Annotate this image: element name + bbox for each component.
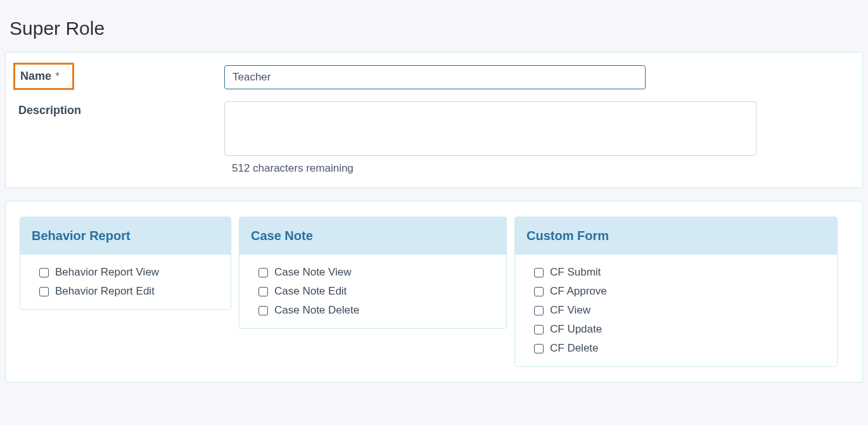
permission-checkbox-behavior-report-view[interactable] — [39, 268, 49, 277]
permission-checkbox-cf-submit[interactable] — [534, 268, 544, 277]
permission-body: CF Submit CF Approve CF View CF Update C… — [515, 255, 837, 366]
permission-label: CF View — [550, 304, 590, 317]
permission-item: CF Update — [534, 323, 818, 336]
permission-label: Case Note Delete — [274, 304, 359, 317]
permission-card-custom-form: Custom Form CF Submit CF Approve CF View… — [514, 217, 838, 367]
permission-item: Case Note Delete — [258, 304, 487, 317]
char-remaining-text: 512 characters remaining — [232, 162, 850, 175]
page-title: Super Role — [0, 0, 868, 52]
permission-card-case-note: Case Note Case Note View Case Note Edit … — [239, 217, 507, 329]
permission-checkbox-cf-approve[interactable] — [534, 287, 544, 296]
permission-label: Case Note View — [274, 266, 352, 279]
permission-header: Case Note — [239, 217, 506, 255]
permission-checkbox-case-note-edit[interactable] — [258, 287, 268, 296]
description-row: Description 512 characters remaining — [12, 101, 856, 175]
name-row: Name * — [12, 65, 856, 90]
permission-header: Custom Form — [515, 217, 837, 255]
permission-item: Behavior Report Edit — [39, 285, 212, 298]
permission-item: CF View — [534, 304, 818, 317]
permission-item: CF Submit — [534, 266, 818, 279]
permission-item: Case Note Edit — [258, 285, 487, 298]
permission-label: Behavior Report Edit — [55, 285, 155, 298]
description-input[interactable] — [224, 101, 756, 156]
role-form-section: Name * Description 512 characters remain… — [5, 52, 863, 188]
permission-checkbox-cf-update[interactable] — [534, 325, 544, 334]
name-label: Name — [20, 70, 51, 82]
permission-label: CF Submit — [550, 266, 601, 279]
permission-checkbox-cf-view[interactable] — [534, 306, 544, 315]
permission-label: CF Update — [550, 323, 602, 336]
permission-item: CF Delete — [534, 342, 818, 355]
permission-label: Behavior Report View — [55, 266, 159, 279]
permission-body: Case Note View Case Note Edit Case Note … — [239, 255, 506, 328]
permission-checkbox-behavior-report-edit[interactable] — [39, 287, 49, 296]
name-label-highlight: Name * — [13, 63, 74, 90]
name-input[interactable] — [224, 65, 646, 89]
permission-body: Behavior Report View Behavior Report Edi… — [20, 255, 231, 309]
permissions-section: Behavior Report Behavior Report View Beh… — [5, 201, 863, 383]
permission-checkbox-case-note-delete[interactable] — [258, 306, 268, 315]
required-star-icon: * — [55, 71, 59, 82]
permission-label: CF Approve — [550, 285, 607, 298]
permission-header: Behavior Report — [20, 217, 231, 255]
permission-item: Behavior Report View — [39, 266, 212, 279]
permission-label: Case Note Edit — [274, 285, 347, 298]
description-label: Description — [18, 104, 81, 117]
permission-item: Case Note View — [258, 266, 487, 279]
permission-checkbox-cf-delete[interactable] — [534, 344, 544, 353]
permission-checkbox-case-note-view[interactable] — [258, 268, 268, 277]
permission-label: CF Delete — [550, 342, 599, 355]
permission-item: CF Approve — [534, 285, 818, 298]
permission-card-behavior-report: Behavior Report Behavior Report View Beh… — [20, 217, 231, 310]
